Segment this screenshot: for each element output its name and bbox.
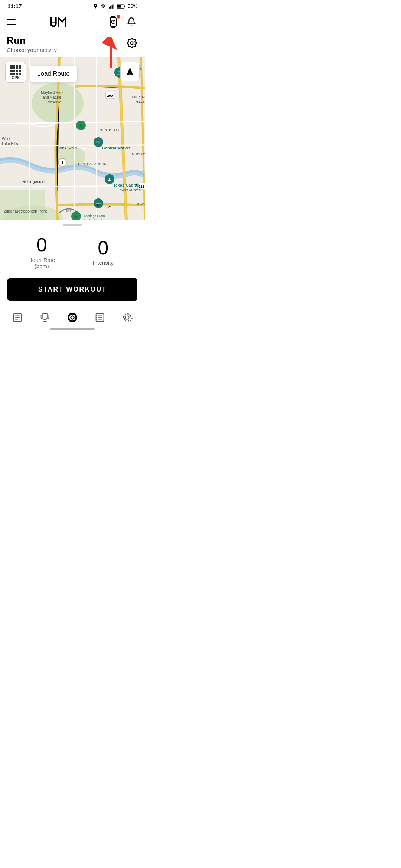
svg-rect-6 (117, 5, 121, 8)
svg-text:♟: ♟ (108, 177, 111, 182)
svg-text:1: 1 (61, 161, 63, 165)
nav-activity-log[interactable] (4, 312, 31, 323)
under-armour-wordmark (46, 14, 76, 29)
battery-percentage: 56% (128, 3, 137, 9)
svg-text:Greetings From: Greetings From (82, 214, 105, 218)
battery-icon (117, 4, 125, 9)
training-plan-icon (95, 312, 105, 323)
svg-text:343: 343 (66, 209, 71, 213)
svg-rect-10 (111, 26, 115, 28)
location-icon (93, 4, 98, 9)
wifi-icon (100, 4, 106, 9)
nav-gear[interactable] (114, 312, 141, 323)
svg-point-14 (131, 42, 133, 45)
status-icons: 56% (93, 3, 137, 9)
stats-section: 0 Heart Rate(bpm) 0 Intensity (0, 228, 145, 273)
svg-rect-0 (109, 7, 110, 9)
signal-icon (108, 4, 114, 9)
notifications-button[interactable] (125, 15, 138, 29)
bottom-navigation (0, 307, 145, 326)
heart-rate-label: Heart Rate(bpm) (28, 257, 55, 269)
svg-text:UNIVERSITY: UNIVERSITY (132, 95, 145, 99)
load-route-button[interactable]: Load Route (30, 66, 77, 82)
activity-log-icon (12, 312, 23, 323)
navigate-button[interactable] (120, 62, 140, 81)
start-workout-button[interactable]: START WORKOUT (7, 278, 137, 301)
app-header (0, 11, 145, 33)
nav-achievements[interactable] (31, 312, 59, 323)
intensity-stat: 0 Intensity (73, 238, 134, 266)
svg-text:🛒: 🛒 (96, 140, 101, 145)
svg-rect-2 (112, 5, 113, 8)
svg-text:MUELLER: MUELLER (132, 152, 145, 156)
svg-text:Mayfield Park: Mayfield Park (41, 91, 64, 95)
record-icon (67, 312, 78, 323)
gear-equipment-icon (122, 312, 133, 323)
heart-rate-stat: 0 Heart Rate(bpm) (11, 235, 72, 269)
svg-text:Austin Mural: Austin Mural (84, 218, 102, 220)
home-indicator (50, 328, 95, 330)
svg-text:CENTRAL AUSTIN: CENTRAL AUSTIN (78, 162, 107, 166)
start-button-container: START WORKOUT (0, 273, 145, 307)
svg-text:HILLS: HILLS (136, 100, 145, 103)
activity-title: Run (7, 35, 57, 46)
activity-info: Run Choose your activity (7, 35, 57, 53)
svg-text:111: 111 (138, 185, 144, 188)
svg-text:West: West (2, 137, 10, 141)
activity-settings-button[interactable] (125, 37, 138, 49)
svg-point-93 (125, 316, 129, 319)
svg-point-85 (71, 316, 74, 319)
watch-connect-button[interactable] (106, 15, 120, 29)
nav-record[interactable] (59, 312, 86, 323)
svg-rect-3 (113, 4, 114, 9)
achievements-icon (40, 312, 50, 323)
svg-rect-5 (124, 5, 125, 7)
status-time: 11:17 (7, 3, 22, 9)
watch-badge (116, 14, 121, 19)
svg-text:Preserve: Preserve (46, 100, 61, 104)
header-actions (106, 15, 138, 29)
menu-button[interactable] (7, 19, 16, 25)
svg-text:Central Market: Central Market (102, 146, 131, 150)
gps-button[interactable]: GPS (5, 62, 26, 83)
svg-text:Lake Hills: Lake Hills (2, 142, 18, 146)
svg-text:GOVALLE: GOVALLE (136, 202, 145, 206)
svg-text:and Nature: and Nature (43, 95, 61, 99)
svg-text:Rollingwood: Rollingwood (22, 179, 45, 184)
map-area[interactable]: 343 290 35 71 111 1 Mayfield Park and Na… (0, 57, 145, 220)
svg-text:🌲: 🌲 (78, 123, 84, 128)
gps-label: GPS (12, 76, 19, 80)
svg-text:🌲: 🌲 (74, 214, 79, 219)
ua-logo (46, 14, 76, 29)
drag-handle[interactable] (63, 224, 82, 226)
heart-rate-value: 0 (36, 235, 47, 254)
svg-text:71: 71 (108, 205, 112, 209)
svg-text:290: 290 (107, 94, 113, 98)
svg-rect-1 (110, 6, 111, 8)
gps-grid-icon (10, 65, 21, 75)
svg-text:Zilker Metropolitan Park: Zilker Metropolitan Park (4, 209, 47, 213)
svg-text:EAST AUSTIN: EAST AUSTIN (120, 188, 141, 192)
activity-header: Run Choose your activity (0, 33, 145, 57)
svg-text:TARRYTOWN: TARRYTOWN (56, 146, 77, 149)
svg-text:MLK: MLK (139, 173, 145, 176)
intensity-value: 0 (98, 238, 108, 257)
activity-subtitle: Choose your activity (7, 47, 57, 53)
svg-rect-9 (111, 16, 115, 18)
nav-training-plan[interactable] (86, 312, 114, 323)
status-bar: 11:17 56% (0, 0, 145, 11)
intensity-label: Intensity (93, 260, 114, 266)
svg-text:Texas Capitol: Texas Capitol (113, 183, 140, 187)
svg-text:NORTH LOOP: NORTH LOOP (100, 128, 121, 132)
svg-text:📷: 📷 (96, 201, 101, 206)
